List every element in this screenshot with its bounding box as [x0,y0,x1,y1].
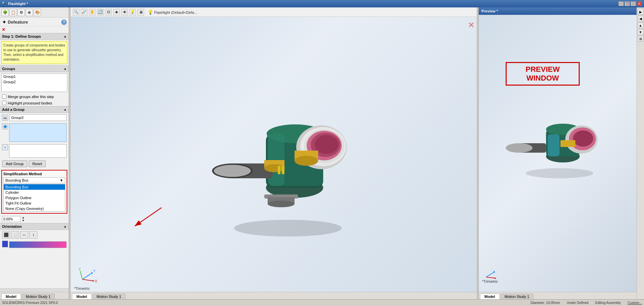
add-group-button[interactable]: Add Group [2,160,27,167]
orient-back[interactable]: ⬜ [11,231,19,239]
left-tab-model[interactable]: Model [1,294,21,299]
restore-button[interactable]: ❐ [624,1,630,6]
target-btn[interactable]: ⊕ [26,9,33,16]
feature-tree-btn[interactable]: 🌳 [1,9,9,16]
reset-button[interactable]: Reset [29,160,46,167]
group-icon: 🗂 [2,115,8,121]
vp-pan[interactable]: ✋ [89,9,96,16]
left-panel: 🌳 📋 ⚙ ⊕ 🎨 ✦ Defeature ? × Step 1: Define… [0,7,69,299]
preview-box: PREVIEWWINDOW [506,62,580,86]
axis-indicator: Y X Z [77,264,98,285]
vp-section[interactable]: ⊡ [105,9,112,16]
viewport-trimetric: *Trimetric [74,286,90,290]
svg-line-36 [135,208,162,226]
panel-content: Step 1: Define Groups ▲ Create groups of… [0,33,69,288]
vp-search[interactable]: 🔍 [73,9,79,16]
simp-option-bounding-box[interactable]: Bounding Box [4,184,65,190]
help-button[interactable]: ? [61,20,67,25]
right-side-icon-2[interactable]: ◀ [638,16,644,22]
right-panel: Preview * PREVIEWWINDOW [478,7,637,299]
simp-option-none[interactable]: None (Copy Geometry) [4,206,65,211]
simp-option-polygon[interactable]: Polygon Outline [4,195,65,201]
highlight-checkbox[interactable] [2,101,6,105]
add-group-header[interactable]: Add a Group ▲ [0,106,69,113]
status-custom[interactable]: Custom... [628,301,642,305]
annotation-arrow [128,204,168,231]
body-selection-box[interactable] [9,144,67,158]
vp-display[interactable]: ◈ [113,9,120,16]
vp-rotate[interactable]: 🔄 [97,9,104,16]
svg-point-17 [315,135,338,154]
right-side-icon-3[interactable]: ▲ [638,22,644,28]
merge-checkbox[interactable] [2,94,6,99]
feature-toolbar: 🌳 📋 ⚙ ⊕ 🎨 [0,7,69,18]
svg-rect-21 [278,166,280,174]
percent-input[interactable] [2,216,21,222]
status-bar: SOLIDWORKS Premium 2021 SP0.0 Diameter: … [0,299,644,306]
close-x-button[interactable]: × [0,26,69,33]
config-btn[interactable]: ⚙ [18,9,25,16]
group2-item[interactable]: Group2 [2,79,67,85]
svg-rect-22 [282,166,284,174]
simp-selected-text: Bounding Box [5,178,29,182]
group1-item[interactable]: Group1 [2,74,67,79]
viewport-area[interactable]: × Y X Z [71,17,477,292]
svg-line-50 [486,272,495,277]
simp-option-cylinder[interactable]: Cylinder [4,190,65,195]
main-title: Flashlight * [8,2,618,6]
color-swatch-blue[interactable] [2,241,8,247]
left-tab-motion[interactable]: Motion Study 1 [22,294,55,299]
right-tab-model[interactable]: Model [480,294,500,299]
svg-point-45 [573,130,593,147]
svg-point-25 [268,201,295,207]
viewport-close-btn[interactable]: × [469,20,474,30]
svg-point-20 [295,156,318,166]
minimize-button[interactable]: ─ [618,1,624,6]
flashlight-3d [190,66,399,242]
right-side-icon-5[interactable]: ⊞ [638,36,644,42]
right-side-panel: ▶ ◀ ▲ ▼ ⊞ [637,7,644,299]
body-icon: 🔹 [2,144,8,150]
panel-scrollbar[interactable] [0,288,69,292]
svg-text:Y: Y [93,269,96,273]
center-tab-model[interactable]: Model [72,294,92,299]
merge-label: Merge groups after this step [8,95,54,99]
right-tab-motion[interactable]: Motion Study 1 [500,294,534,299]
center-viewport: 🔍 🔎 ✋ 🔄 ⊡ ◈ 👁 💡 🖥 💡 Flashlight (Default<… [71,7,477,299]
vp-view[interactable]: 👁 [121,9,128,16]
svg-rect-48 [548,134,560,156]
orientation-header[interactable]: Orientation ▲ [0,223,69,230]
step1-label: Step 1: Define Groups [2,34,41,38]
preview-axis [482,264,499,282]
selection-icon: 🔷 [2,123,8,129]
svg-text:X: X [95,279,97,283]
groups-header[interactable]: Groups ▲ [0,65,69,72]
vp-monitor[interactable]: 🖥 [137,9,144,16]
maximize-button[interactable]: □ [631,1,636,6]
orient-left[interactable]: ↔ [20,231,28,239]
color-strip [9,241,67,248]
vp-render[interactable]: 💡 [129,9,136,16]
right-tab-bar: Model Motion Study 1 [479,292,637,299]
preview-window-text: PREVIEWWINDOW [526,65,560,83]
highlight-label: Highlight processed bodies [8,101,52,105]
simp-selected-display[interactable]: Bounding Box ▼ [3,177,65,183]
svg-point-49 [526,168,593,178]
groups-label: Groups [2,67,15,71]
center-tab-motion[interactable]: Motion Study 1 [92,294,126,299]
orient-right[interactable]: ↕ [29,231,37,239]
close-button[interactable]: ✕ [637,1,642,6]
component-selection-box[interactable] [9,123,67,142]
vp-zoom[interactable]: 🔎 [81,9,88,16]
display-btn[interactable]: 🎨 [34,9,41,16]
step1-header[interactable]: Step 1: Define Groups ▲ [0,33,69,40]
group-name-input[interactable] [9,114,67,121]
right-side-icon-1[interactable]: ▶ [638,9,644,15]
svg-line-27 [82,273,93,279]
merge-checkbox-row: Merge groups after this step [0,93,69,100]
main-title-bar: 🔦 Flashlight * ─ ❐ □ ✕ [0,0,644,7]
right-side-icon-4[interactable]: ▼ [638,29,644,35]
orient-front[interactable]: ⬛ [2,231,10,239]
simp-option-tight-fit[interactable]: Tight Fit Outline [4,201,65,206]
property-btn[interactable]: 📋 [9,9,17,16]
